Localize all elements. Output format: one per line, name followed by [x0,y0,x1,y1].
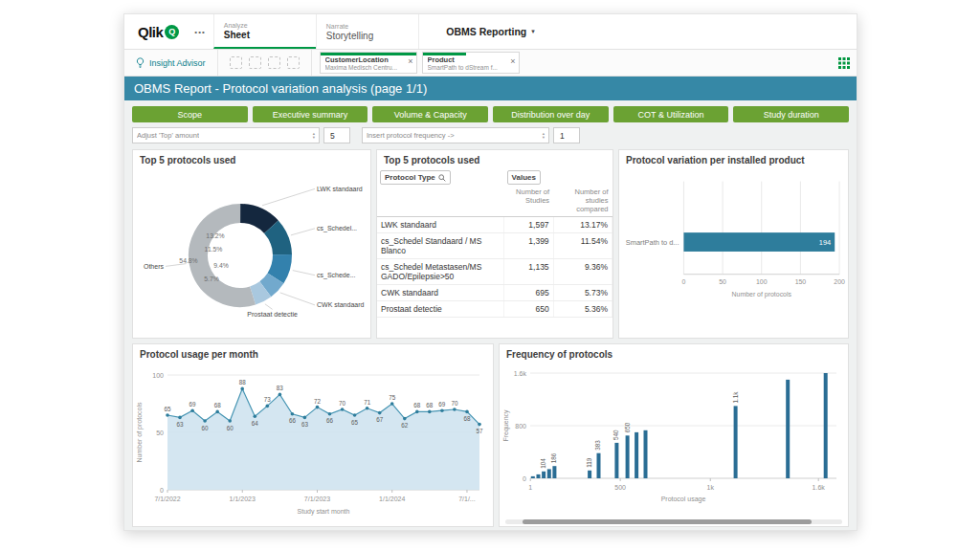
more-menu-icon[interactable]: ••• [187,28,212,36]
svg-text:11.5%: 11.5% [205,246,223,253]
app-selector[interactable]: OBMS Reporting ▾ [446,26,535,37]
svg-text:63: 63 [301,421,309,428]
protocol-cell[interactable]: Prostaat detectie [377,301,504,318]
svg-text:60: 60 [227,425,234,431]
scrollbar-thumb[interactable] [523,519,813,524]
qlik-logo: Qlik Q [124,14,187,49]
compared-cell: 5.73% [553,285,612,301]
svg-text:60: 60 [202,425,210,431]
protocol-frequency-value[interactable]: 1 [553,127,580,143]
table-row[interactable]: CWK standaard 695 5.73% [377,285,612,301]
product-bar-card: Protocol variation per installed product… [618,149,849,339]
svg-text:65: 65 [164,406,171,412]
chart-title: Protocol variation per installed product [619,150,848,167]
protocol-type-header[interactable]: Protocol Type [380,170,451,185]
app-grid-icon[interactable] [838,57,850,69]
input-label: Insert protocol frequency -> [367,131,455,140]
svg-text:0: 0 [682,278,686,285]
tab-eyebrow: Analyze [224,22,316,29]
product-bar-chart[interactable]: 050100150200194SmartPath to d...Number o… [619,167,848,324]
svg-text:1/1/2023: 1/1/2023 [230,496,256,502]
selection-green-bar [423,53,466,55]
svg-text:66: 66 [289,417,297,424]
stepper-icon[interactable]: ▴ ▾ [313,132,315,140]
frequency-bar-chart[interactable]: 08001.6k1041861193835406501.1k15001k1.6k… [500,362,848,507]
grid-icon [838,57,850,69]
stepper-down-icon[interactable]: ▾ [313,136,315,140]
nav-button-study-duration[interactable]: Study duration [733,106,849,122]
svg-text:62: 62 [401,422,409,429]
svg-text:LWK standaard: LWK standaard [317,186,363,192]
svg-text:Protocol usage: Protocol usage [661,496,706,503]
usage-line-chart[interactable]: 0501006563696068608864738366637266706571… [133,362,491,522]
table-row[interactable]: LWK standaard 1,597 13.17% [377,217,612,233]
svg-text:500: 500 [614,484,626,491]
nav-button-executive-summary[interactable]: Executive summary [253,106,368,122]
sheet-nav-buttons: Scope Executive summary Volume & Capacit… [132,106,849,122]
svg-text:cs_Schedel...: cs_Schedel... [317,225,357,232]
svg-text:83: 83 [277,385,284,391]
svg-text:75: 75 [389,394,396,401]
svg-text:68: 68 [426,402,434,408]
tab-narrate-storytelling[interactable]: Narrate Storytelling [316,14,419,49]
svg-text:194: 194 [819,239,831,248]
step-forward-icon[interactable] [249,56,261,69]
svg-text:7/1/...: 7/1/... [458,496,476,502]
nav-button-cot-utilization[interactable]: COT & Utilization [613,106,729,122]
clear-selections-icon[interactable] [287,56,300,69]
horizontal-scrollbar[interactable] [505,519,842,524]
protocol-cell[interactable]: cs_Schedel Metastasen/MS GADO/Epilepsie>… [377,259,504,285]
chart-title: Frequency of protocols [500,344,848,362]
svg-text:57: 57 [476,428,483,434]
protocol-frequency-input-group: Insert protocol frequency -> ▴ ▾ 1 [362,127,580,143]
top-bar: Qlik Q ••• Analyze Sheet Narrate Storyte… [124,14,857,50]
tab-label: Sheet [224,30,316,40]
svg-text:1/1/2024: 1/1/2024 [379,496,405,502]
filter-chip-product[interactable]: Product SmartPath to dStream f... × [422,52,520,74]
protocol-frequency-input[interactable]: Insert protocol frequency -> ▴ ▾ [362,127,549,143]
close-icon[interactable]: × [510,57,515,66]
svg-text:67: 67 [376,416,384,423]
col-number-of-studies[interactable]: Number of Studies [504,187,554,217]
table-row[interactable]: Prostaat detectie 650 5.36% [377,301,612,318]
nav-button-volume-capacity[interactable]: Volume & Capacity [372,106,488,122]
protocol-cell[interactable]: LWK standaard [377,217,504,233]
svg-text:150: 150 [795,278,807,285]
svg-text:Number of protocols: Number of protocols [732,291,792,298]
col-number-of-studies-compared[interactable]: Number of studies compared [553,187,612,217]
step-back-icon[interactable] [230,56,242,69]
app-selector-label: OBMS Reporting [446,26,526,37]
svg-text:cs_Schede...: cs_Schede... [317,272,356,279]
stepper-icon[interactable]: ▴ ▾ [543,132,545,140]
protocol-table: Protocol Type Values [377,167,612,318]
filter-chip-customerlocation[interactable]: CustomerLocation Maxima Medisch Centru..… [320,52,417,74]
table-row[interactable]: cs_Schedel Metastasen/MS GADO/Epilepsie>… [377,259,612,285]
insight-advisor-button[interactable]: Insight Advisor [124,50,218,76]
donut-chart[interactable]: LWK standaard13.2%cs_Schedel...11.5%cs_S… [133,167,368,330]
close-icon[interactable]: × [408,57,412,66]
studies-cell: 1,399 [504,233,554,259]
svg-text:50: 50 [719,278,726,285]
svg-text:7/1/2022: 7/1/2022 [154,496,180,502]
protocol-cell[interactable]: cs_Schedel Standaard / MS Blanco [377,233,504,259]
selection-chips: CustomerLocation Maxima Medisch Centru..… [320,52,520,74]
usage-line-card: Protocol usage per month 050100656369606… [132,343,494,527]
protocol-cell[interactable]: CWK standaard [377,285,504,301]
tab-analyze-sheet[interactable]: Analyze Sheet [213,14,316,49]
table-row[interactable]: cs_Schedel Standaard / MS Blanco 1,399 1… [377,233,612,259]
chart-title: Top 5 protocols used [377,150,612,167]
table-card: Top 5 protocols used Protocol Type [376,149,613,339]
nav-button-distribution-over-day[interactable]: Distribution over day [493,106,609,122]
stepper-down-icon[interactable]: ▾ [543,136,545,140]
svg-text:5.7%: 5.7% [204,276,219,282]
svg-text:63: 63 [177,421,185,428]
svg-text:383: 383 [594,440,601,451]
selections-tool-icon[interactable] [268,56,280,69]
nav-button-scope[interactable]: Scope [132,106,248,122]
svg-text:70: 70 [451,400,458,407]
svg-text:9.4%: 9.4% [213,262,229,269]
top-amount-value[interactable]: 5 [323,127,350,143]
svg-text:1.6k: 1.6k [813,484,826,491]
top-amount-input[interactable]: Adjust 'Top' amount ▴ ▾ [132,127,320,143]
svg-text:68: 68 [413,402,421,408]
